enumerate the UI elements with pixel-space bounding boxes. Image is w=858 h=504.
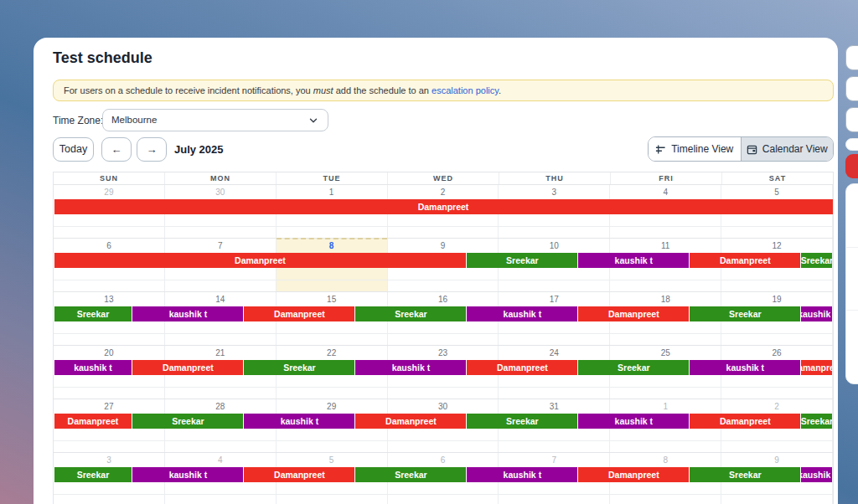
shift-label: kaushik t [504, 470, 542, 480]
today-button[interactable]: Today [53, 137, 94, 162]
timeline-view-label: Timeline View [671, 143, 733, 155]
date-number: 3 [54, 453, 164, 465]
row-divider [54, 440, 833, 441]
shift-segment[interactable]: kaushik t [244, 414, 354, 429]
shift-segment[interactable]: Damanpreet [801, 360, 832, 375]
date-number: 17 [499, 292, 609, 304]
shift-segment[interactable]: Sreekar [355, 306, 466, 321]
shift-segment[interactable]: kaushik t [690, 360, 800, 375]
shift-label: Damanpreet [235, 255, 286, 265]
date-number: 15 [277, 292, 387, 304]
shift-segment[interactable]: Damanpreet [54, 199, 833, 214]
shift-segment[interactable]: Sreekar [132, 414, 243, 429]
shift-bar-row: Sreekarkaushik tDamanpreetSreekarkaushik… [54, 467, 833, 482]
shift-segment[interactable]: kaushik t [801, 467, 832, 482]
shift-segment[interactable]: Damanpreet [54, 414, 132, 429]
shift-segment[interactable]: Sreekar [54, 306, 132, 321]
view-toggle: Timeline View Calendar View [648, 136, 834, 162]
prev-week-button[interactable]: ← [101, 137, 132, 162]
date-number: 1 [277, 185, 387, 197]
calendar-grid: SUNMONTUEWEDTHUFRISAT 293012345Damanpree… [53, 172, 834, 504]
date-number: 4 [165, 453, 276, 465]
shift-segment[interactable]: Damanpreet [132, 360, 243, 375]
cutoff-side-button-4[interactable] [845, 138, 858, 151]
shift-segment[interactable]: Damanpreet [355, 414, 466, 429]
date-number: 8 [610, 453, 721, 465]
shift-segment[interactable]: Sreekar [801, 253, 832, 268]
shift-segment[interactable]: Sreekar [467, 414, 577, 429]
shift-segment[interactable]: kaushik t [355, 360, 466, 375]
shift-segment[interactable]: kaushik t [132, 306, 243, 321]
panel-divider [846, 247, 858, 248]
schedule-card: Test schedule For users on a schedule to… [34, 38, 838, 504]
shift-segment[interactable]: Damanpreet [244, 306, 354, 321]
shift-label: Sreekar [172, 416, 204, 426]
shift-segment[interactable]: Sreekar [355, 467, 466, 482]
date-number: 6 [388, 453, 499, 465]
shift-segment[interactable]: kaushik t [467, 467, 577, 482]
calendar-week: 20212223242526kaushik tDamanpreetSreekar… [54, 345, 833, 399]
calendar-week: 272829303112DamanpreetSreekarkaushik tDa… [54, 399, 833, 452]
timeline-view-button[interactable]: Timeline View [649, 137, 741, 161]
cutoff-side-button-3[interactable] [845, 107, 858, 132]
shift-segment[interactable]: kaushik t [54, 360, 132, 375]
date-number: 6 [54, 239, 164, 250]
date-number: 14 [165, 292, 276, 304]
chevron-down-icon [308, 115, 319, 126]
timezone-select[interactable]: Melbourne [102, 109, 328, 131]
shift-label: Damanpreet [801, 363, 832, 373]
shift-label: Sreekar [77, 309, 110, 319]
shift-label: Damanpreet [163, 363, 214, 373]
cutoff-side-button-1[interactable] [845, 45, 858, 70]
shift-label: Damanpreet [274, 309, 325, 319]
shift-segment[interactable]: Sreekar [54, 467, 132, 482]
shift-segment[interactable]: Damanpreet [578, 306, 689, 321]
shift-segment[interactable]: kaushik t [467, 306, 577, 321]
shift-segment[interactable]: Sreekar [467, 253, 577, 268]
shift-segment[interactable]: Damanpreet [578, 467, 689, 482]
shift-label: Sreekar [729, 470, 762, 480]
shift-bar-row: kaushik tDamanpreetSreekarkaushik tDaman… [54, 360, 833, 375]
shift-segment[interactable]: Damanpreet [467, 360, 577, 375]
calendar-view-button[interactable]: Calendar View [741, 137, 834, 161]
date-number: 27 [54, 399, 164, 411]
date-number: 19 [721, 292, 832, 304]
shift-segment[interactable]: kaushik t [132, 467, 243, 482]
date-number: 4 [610, 185, 721, 197]
shift-label: kaushik t [615, 255, 654, 265]
cutoff-side-button-2[interactable] [845, 76, 858, 101]
shift-label: Damanpreet [385, 416, 437, 426]
escalation-banner: For users on a schedule to receive incid… [53, 80, 834, 101]
shift-segment[interactable]: Damanpreet [690, 253, 800, 268]
shift-segment[interactable]: Sreekar [690, 306, 800, 321]
shift-bar-row: DamanpreetSreekarkaushik tDamanpreetSree… [54, 414, 833, 429]
shift-label: Sreekar [77, 470, 110, 480]
shift-segment[interactable]: kaushik t [801, 306, 832, 321]
shift-label: Damanpreet [418, 202, 469, 212]
date-number: 31 [499, 399, 609, 411]
shift-segment[interactable]: Sreekar [801, 414, 832, 429]
shift-segment[interactable]: Damanpreet [54, 253, 467, 268]
panel-divider [846, 310, 858, 311]
row-divider [54, 333, 833, 334]
banner-text: For users on a schedule to receive incid… [64, 85, 313, 95]
shift-segment[interactable]: Sreekar [244, 360, 354, 375]
cutoff-danger-button[interactable] [845, 154, 858, 178]
timezone-value: Melbourne [111, 115, 157, 125]
date-number: 11 [610, 239, 721, 250]
shift-bar-row: Sreekarkaushik tDamanpreetSreekarkaushik… [54, 306, 833, 321]
shift-segment[interactable]: kaushik t [578, 414, 689, 429]
shift-segment[interactable]: Damanpreet [244, 467, 354, 482]
escalation-policy-link[interactable]: escalation policy [432, 85, 499, 95]
shift-label: Sreekar [801, 255, 832, 265]
shift-label: Sreekar [506, 255, 539, 265]
shift-segment[interactable]: Damanpreet [690, 414, 800, 429]
shift-segment[interactable]: kaushik t [578, 253, 689, 268]
shift-label: Damanpreet [608, 470, 659, 480]
shift-label: Sreekar [618, 363, 650, 373]
next-week-button[interactable]: → [137, 137, 167, 162]
day-header: SUN [54, 172, 165, 184]
shift-segment[interactable]: Sreekar [578, 360, 689, 375]
shift-segment[interactable]: Sreekar [690, 467, 800, 482]
shift-label: kaushik t [169, 309, 208, 319]
